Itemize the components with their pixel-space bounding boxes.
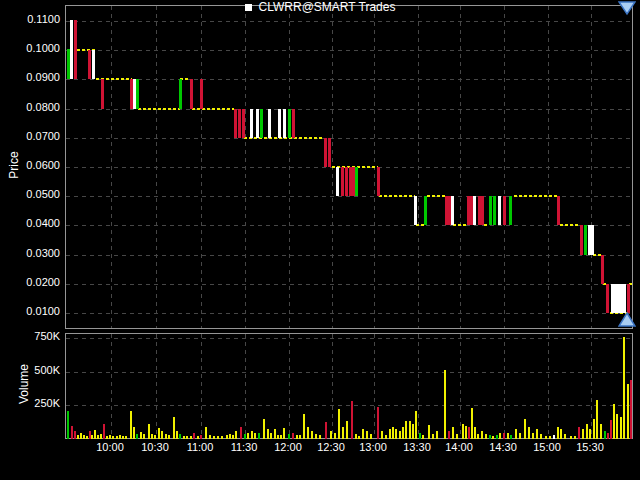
price-bar [190,79,193,108]
last-price-segment [560,224,580,226]
price-bar [328,138,331,167]
time-gridline [504,334,505,438]
time-tick-label: 15:30 [568,442,612,453]
volume-bar [77,435,79,439]
volume-bar [477,434,479,439]
volume-bar [536,429,538,439]
volume-bar [232,435,234,439]
volume-bar [452,427,454,439]
volume-bar [229,434,231,439]
price-bar [70,20,73,80]
volume-bar [586,424,588,439]
volume-bar [143,434,145,439]
price-bar [498,196,501,225]
volume-bar [399,431,401,439]
time-tick-label: 13:00 [351,442,395,453]
time-gridline [548,6,549,328]
volume-bar [346,421,348,439]
volume-bar [221,436,223,439]
time-tick-label: 12:30 [309,442,353,453]
volume-bar [381,431,383,439]
volume-bar [377,407,379,439]
volume-bar [277,435,279,439]
volume-bar [549,436,551,439]
time-gridline [156,6,157,328]
volume-bar [613,404,615,439]
volume-bar [362,429,364,439]
scroll-down-indicator-icon[interactable] [618,1,636,16]
volume-bar [190,436,192,439]
volume-bar [385,435,387,439]
price-bar [489,196,492,225]
time-gridline [201,6,202,328]
last-price-segment [379,195,415,197]
last-price-segment [514,195,557,197]
volume-bar [519,433,521,439]
volume-bar [283,428,285,439]
volume-bar [392,427,394,439]
time-gridline [111,6,112,328]
price-bar [292,109,295,138]
volume-bar [338,409,340,439]
volume-bar [570,436,572,439]
volume-bar [240,427,242,439]
volume-bar [315,434,317,439]
volume-bar [499,433,501,439]
volume-bar [154,435,156,439]
volume-bar [86,436,88,439]
time-tick-label: 10:00 [88,442,132,453]
price-bar [288,109,291,138]
last-price-segment [427,195,445,197]
volume-bar [311,431,313,439]
volume-bar [103,424,105,439]
volume-bar [582,429,584,439]
volume-bar [355,434,357,439]
volume-bar [604,431,606,439]
price-plot-area[interactable] [65,5,633,329]
price-bar [414,196,417,225]
volume-plot-area[interactable] [65,333,633,439]
volume-bar [456,434,458,439]
price-bar [580,225,583,254]
volume-bar [173,417,175,439]
volume-bar [432,434,434,439]
time-gridline [460,6,461,328]
price-tick-label: 0.0600 [0,160,60,171]
volume-bar [564,434,566,439]
volume-bar [303,414,305,439]
volume-bar [258,433,260,439]
time-tick-label: 14:00 [437,442,481,453]
volume-bar [251,431,253,439]
volume-bar [209,435,211,439]
price-bar [481,196,484,225]
volume-bar [492,436,494,439]
volume-bar [136,434,138,439]
time-tick-label: 10:30 [133,442,177,453]
last-price-segment [192,108,234,110]
volume-bar [267,429,269,439]
volume-bar [91,435,93,439]
volume-bar [415,411,417,439]
volume-bar [489,435,491,439]
volume-bar [503,433,505,439]
price-tick-label: 0.0500 [0,189,60,200]
time-gridline [374,334,375,438]
volume-bar [389,429,391,439]
volume-bar [462,424,464,439]
price-tick-label: 0.0400 [0,218,60,229]
volume-bar [589,429,591,439]
volume-bar [627,384,629,439]
price-bar [88,50,91,79]
time-gridline [591,6,592,328]
volume-bar [307,427,309,439]
time-gridline [332,334,333,438]
volume-bar [395,429,397,439]
volume-bar [280,435,282,439]
volume-bar [125,436,127,439]
volume-bar [179,434,181,439]
price-bar [601,255,604,284]
scroll-up-indicator-icon[interactable] [618,312,636,328]
volume-bar [130,411,132,439]
price-bar [557,196,560,225]
volume-bar [616,414,618,439]
